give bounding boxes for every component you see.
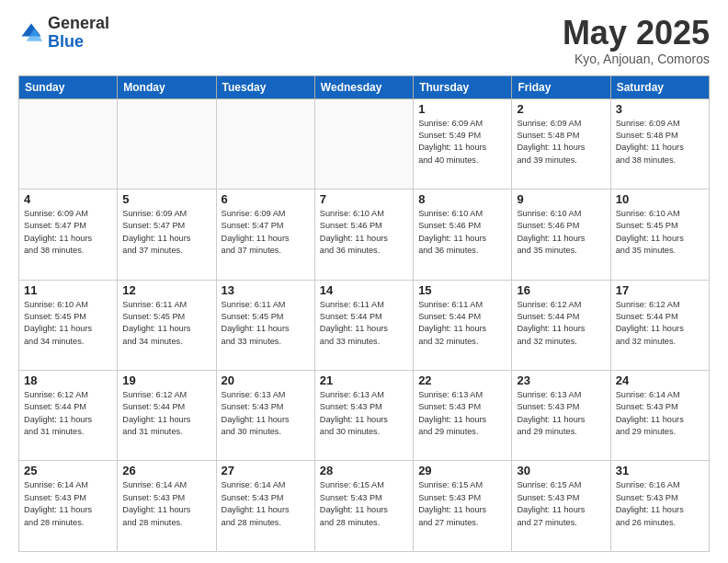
day-info: Sunrise: 6:12 AM Sunset: 5:44 PM Dayligh… — [517, 299, 605, 348]
day-number: 21 — [320, 373, 408, 387]
logo: General Blue — [18, 15, 109, 52]
table-row: 8Sunrise: 6:10 AM Sunset: 5:46 PM Daylig… — [414, 190, 512, 280]
logo-blue-text: Blue — [48, 33, 109, 52]
day-info: Sunrise: 6:15 AM Sunset: 5:43 PM Dayligh… — [517, 479, 605, 528]
day-info: Sunrise: 6:09 AM Sunset: 5:49 PM Dayligh… — [418, 118, 506, 167]
day-number: 9 — [517, 192, 605, 206]
table-row: 26Sunrise: 6:14 AM Sunset: 5:43 PM Dayli… — [118, 461, 216, 552]
day-info: Sunrise: 6:10 AM Sunset: 5:46 PM Dayligh… — [320, 208, 408, 257]
day-info: Sunrise: 6:14 AM Sunset: 5:43 PM Dayligh… — [122, 479, 210, 528]
table-row: 21Sunrise: 6:13 AM Sunset: 5:43 PM Dayli… — [314, 371, 413, 461]
table-row: 30Sunrise: 6:15 AM Sunset: 5:43 PM Dayli… — [512, 461, 610, 552]
header-sunday: Sunday — [19, 75, 118, 98]
day-number: 26 — [122, 464, 210, 477]
table-row — [118, 98, 216, 189]
table-row: 19Sunrise: 6:12 AM Sunset: 5:44 PM Dayli… — [118, 371, 216, 461]
day-number: 12 — [122, 283, 210, 297]
day-info: Sunrise: 6:13 AM Sunset: 5:43 PM Dayligh… — [320, 389, 408, 438]
table-row: 23Sunrise: 6:13 AM Sunset: 5:43 PM Dayli… — [512, 371, 610, 461]
header-tuesday: Tuesday — [216, 75, 314, 98]
day-info: Sunrise: 6:11 AM Sunset: 5:44 PM Dayligh… — [418, 299, 506, 348]
day-info: Sunrise: 6:12 AM Sunset: 5:44 PM Dayligh… — [616, 299, 704, 348]
title-section: May 2025 Kyo, Anjouan, Comoros — [563, 15, 710, 66]
day-number: 15 — [418, 283, 506, 297]
table-row: 10Sunrise: 6:10 AM Sunset: 5:45 PM Dayli… — [610, 190, 709, 280]
table-row: 12Sunrise: 6:11 AM Sunset: 5:45 PM Dayli… — [118, 280, 216, 370]
day-number: 4 — [24, 192, 112, 206]
day-info: Sunrise: 6:11 AM Sunset: 5:45 PM Dayligh… — [122, 299, 210, 348]
day-info: Sunrise: 6:14 AM Sunset: 5:43 PM Dayligh… — [222, 479, 310, 528]
table-row: 13Sunrise: 6:11 AM Sunset: 5:45 PM Dayli… — [216, 280, 314, 370]
day-info: Sunrise: 6:10 AM Sunset: 5:45 PM Dayligh… — [24, 299, 112, 348]
table-row: 5Sunrise: 6:09 AM Sunset: 5:47 PM Daylig… — [118, 190, 216, 280]
table-row: 17Sunrise: 6:12 AM Sunset: 5:44 PM Dayli… — [610, 280, 709, 370]
week-row-0: 1Sunrise: 6:09 AM Sunset: 5:49 PM Daylig… — [19, 98, 710, 189]
table-row: 4Sunrise: 6:09 AM Sunset: 5:47 PM Daylig… — [19, 190, 118, 280]
header: General Blue May 2025 Kyo, Anjouan, Como… — [18, 15, 710, 66]
day-info: Sunrise: 6:10 AM Sunset: 5:46 PM Dayligh… — [418, 208, 506, 257]
day-number: 23 — [517, 373, 605, 387]
day-number: 5 — [122, 192, 210, 206]
day-number: 27 — [222, 464, 310, 477]
day-number: 24 — [616, 373, 704, 387]
day-number: 3 — [616, 102, 704, 116]
table-row — [19, 98, 118, 189]
day-number: 20 — [222, 373, 310, 387]
day-info: Sunrise: 6:15 AM Sunset: 5:43 PM Dayligh… — [320, 479, 408, 528]
table-row: 2Sunrise: 6:09 AM Sunset: 5:48 PM Daylig… — [512, 98, 610, 189]
day-number: 10 — [616, 192, 704, 206]
logo-general-text: General — [48, 15, 109, 33]
table-row: 22Sunrise: 6:13 AM Sunset: 5:43 PM Dayli… — [414, 371, 512, 461]
day-info: Sunrise: 6:12 AM Sunset: 5:44 PM Dayligh… — [122, 389, 210, 438]
header-wednesday: Wednesday — [314, 75, 413, 98]
calendar-header-row: Sunday Monday Tuesday Wednesday Thursday… — [19, 75, 710, 98]
week-row-2: 11Sunrise: 6:10 AM Sunset: 5:45 PM Dayli… — [19, 280, 710, 370]
header-friday: Friday — [512, 75, 610, 98]
day-number: 25 — [24, 464, 112, 477]
table-row: 3Sunrise: 6:09 AM Sunset: 5:48 PM Daylig… — [610, 98, 709, 189]
week-row-1: 4Sunrise: 6:09 AM Sunset: 5:47 PM Daylig… — [19, 190, 710, 280]
table-row: 16Sunrise: 6:12 AM Sunset: 5:44 PM Dayli… — [512, 280, 610, 370]
day-info: Sunrise: 6:13 AM Sunset: 5:43 PM Dayligh… — [222, 389, 310, 438]
month-title: May 2025 — [563, 15, 710, 52]
day-number: 31 — [616, 464, 704, 477]
day-info: Sunrise: 6:12 AM Sunset: 5:44 PM Dayligh… — [24, 389, 112, 438]
day-number: 8 — [418, 192, 506, 206]
table-row: 29Sunrise: 6:15 AM Sunset: 5:43 PM Dayli… — [414, 461, 512, 552]
day-info: Sunrise: 6:09 AM Sunset: 5:47 PM Dayligh… — [222, 208, 310, 257]
table-row: 14Sunrise: 6:11 AM Sunset: 5:44 PM Dayli… — [314, 280, 413, 370]
table-row: 9Sunrise: 6:10 AM Sunset: 5:46 PM Daylig… — [512, 190, 610, 280]
header-saturday: Saturday — [610, 75, 709, 98]
day-number: 2 — [517, 102, 605, 116]
table-row: 28Sunrise: 6:15 AM Sunset: 5:43 PM Dayli… — [314, 461, 413, 552]
day-number: 28 — [320, 464, 408, 477]
day-info: Sunrise: 6:15 AM Sunset: 5:43 PM Dayligh… — [418, 479, 506, 528]
day-number: 16 — [517, 283, 605, 297]
day-number: 13 — [222, 283, 310, 297]
table-row: 11Sunrise: 6:10 AM Sunset: 5:45 PM Dayli… — [19, 280, 118, 370]
table-row: 20Sunrise: 6:13 AM Sunset: 5:43 PM Dayli… — [216, 371, 314, 461]
day-info: Sunrise: 6:09 AM Sunset: 5:48 PM Dayligh… — [616, 118, 704, 167]
table-row: 18Sunrise: 6:12 AM Sunset: 5:44 PM Dayli… — [19, 371, 118, 461]
calendar-table: Sunday Monday Tuesday Wednesday Thursday… — [18, 75, 710, 552]
table-row: 25Sunrise: 6:14 AM Sunset: 5:43 PM Dayli… — [19, 461, 118, 552]
day-number: 29 — [418, 464, 506, 477]
table-row: 7Sunrise: 6:10 AM Sunset: 5:46 PM Daylig… — [314, 190, 413, 280]
day-number: 30 — [517, 464, 605, 477]
table-row: 24Sunrise: 6:14 AM Sunset: 5:43 PM Dayli… — [610, 371, 709, 461]
day-number: 22 — [418, 373, 506, 387]
day-number: 17 — [616, 283, 704, 297]
day-info: Sunrise: 6:10 AM Sunset: 5:45 PM Dayligh… — [616, 208, 704, 257]
day-info: Sunrise: 6:11 AM Sunset: 5:45 PM Dayligh… — [222, 299, 310, 348]
day-info: Sunrise: 6:13 AM Sunset: 5:43 PM Dayligh… — [517, 389, 605, 438]
day-info: Sunrise: 6:09 AM Sunset: 5:47 PM Dayligh… — [122, 208, 210, 257]
day-info: Sunrise: 6:14 AM Sunset: 5:43 PM Dayligh… — [24, 479, 112, 528]
day-number: 7 — [320, 192, 408, 206]
table-row — [216, 98, 314, 189]
page: General Blue May 2025 Kyo, Anjouan, Como… — [0, 0, 728, 563]
day-info: Sunrise: 6:10 AM Sunset: 5:46 PM Dayligh… — [517, 208, 605, 257]
table-row: 15Sunrise: 6:11 AM Sunset: 5:44 PM Dayli… — [414, 280, 512, 370]
day-info: Sunrise: 6:09 AM Sunset: 5:47 PM Dayligh… — [24, 208, 112, 257]
day-info: Sunrise: 6:13 AM Sunset: 5:43 PM Dayligh… — [418, 389, 506, 438]
week-row-4: 25Sunrise: 6:14 AM Sunset: 5:43 PM Dayli… — [19, 461, 710, 552]
